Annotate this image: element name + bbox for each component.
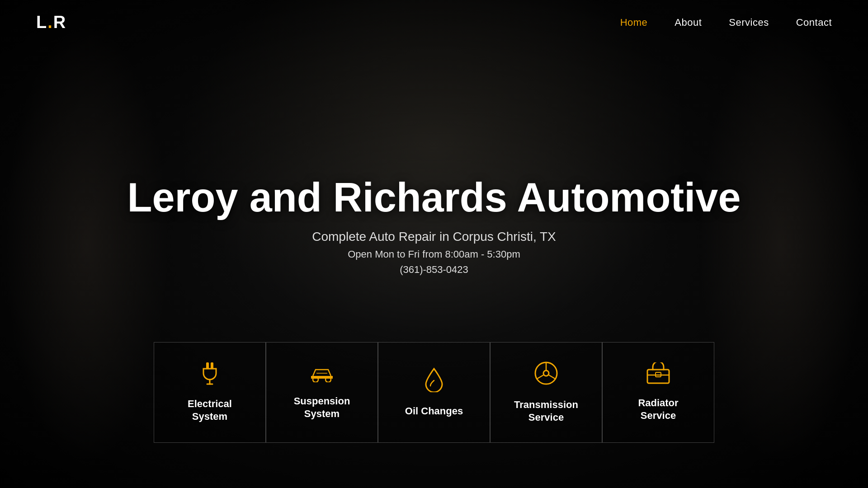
hero-hours: Open Mon to Fri from 8:00am - 5:30pm xyxy=(127,249,741,260)
service-label-electrical: ElectricalSystem xyxy=(188,398,232,423)
service-card-oil[interactable]: Oil Changes xyxy=(378,342,490,443)
nav-item-home[interactable]: Home xyxy=(620,17,648,28)
logo-text-left: L xyxy=(36,13,47,32)
logo-dot: . xyxy=(47,13,53,32)
electrical-icon xyxy=(198,361,222,389)
nav-item-services[interactable]: Services xyxy=(729,17,769,28)
service-label-transmission: TransmissionService xyxy=(514,399,578,424)
oil-icon xyxy=(424,367,444,396)
hero-title: Leroy and Richards Automotive xyxy=(127,176,741,219)
service-card-electrical[interactable]: ElectricalSystem xyxy=(154,342,266,443)
service-card-transmission[interactable]: TransmissionService xyxy=(490,342,602,443)
suspension-icon xyxy=(309,364,335,386)
service-label-suspension: SuspensionSystem xyxy=(294,395,350,421)
svg-line-9 xyxy=(537,375,543,379)
service-card-suspension[interactable]: SuspensionSystem xyxy=(266,342,378,443)
svg-rect-0 xyxy=(206,362,209,369)
svg-point-7 xyxy=(543,371,549,376)
nav-link-services[interactable]: Services xyxy=(729,17,769,28)
nav-item-about[interactable]: About xyxy=(675,17,702,28)
nav-links: Home About Services Contact xyxy=(620,17,832,28)
nav-link-home[interactable]: Home xyxy=(620,17,648,28)
nav-item-contact[interactable]: Contact xyxy=(796,17,832,28)
hero-content: Leroy and Richards Automotive Complete A… xyxy=(127,176,741,276)
hero-section: L.R Home About Services Contact Leroy an… xyxy=(0,0,868,488)
service-label-oil: Oil Changes xyxy=(405,405,463,418)
service-card-radiator[interactable]: RadiatorService xyxy=(602,342,714,443)
navigation: L.R Home About Services Contact xyxy=(0,0,868,45)
hero-phone: (361)-853-0423 xyxy=(127,264,741,276)
services-bar: ElectricalSystem SuspensionSystem xyxy=(154,342,714,443)
radiator-icon xyxy=(646,362,671,388)
nav-link-contact[interactable]: Contact xyxy=(796,17,832,28)
transmission-icon xyxy=(533,361,559,389)
nav-link-about[interactable]: About xyxy=(675,17,702,28)
service-label-radiator: RadiatorService xyxy=(638,397,678,422)
logo-text-right: R xyxy=(53,13,66,32)
svg-rect-1 xyxy=(211,362,213,369)
svg-line-10 xyxy=(549,375,556,379)
logo[interactable]: L.R xyxy=(36,13,66,32)
hero-subtitle: Complete Auto Repair in Corpus Christi, … xyxy=(127,230,741,244)
